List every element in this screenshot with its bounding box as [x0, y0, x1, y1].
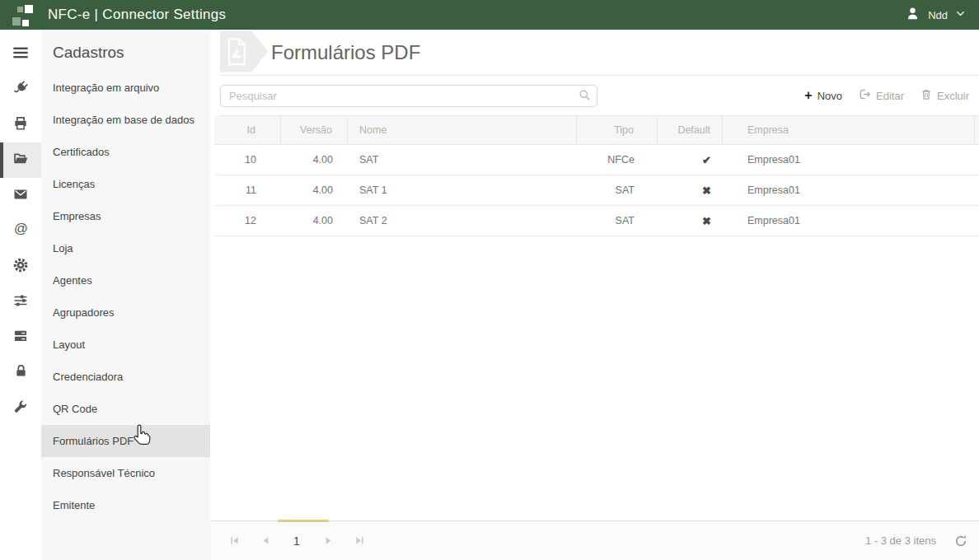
- editar-button-label: Editar: [876, 90, 904, 102]
- sidebar-item-layout[interactable]: Layout: [41, 329, 210, 361]
- sidebar-heading: Cadastros: [41, 30, 210, 72]
- main-content: Formulários PDF + Novo Editar: [210, 30, 979, 560]
- cell-versao: 4.00: [281, 145, 348, 175]
- column-header-tipo[interactable]: Tipo: [577, 116, 658, 144]
- sidebar-item-agentes[interactable]: Agentes: [41, 264, 210, 296]
- grid-header-row: IdVersãoNomeTipoDefaultEmpresa: [214, 116, 979, 145]
- cell-versao: 4.00: [281, 206, 348, 236]
- column-header-versao[interactable]: Versão: [281, 116, 348, 144]
- column-header-empresa[interactable]: Empresa: [723, 116, 975, 144]
- menu-icon: [12, 44, 30, 65]
- app-title: NFC-e | Connector Settings: [48, 7, 226, 23]
- lock-icon: [13, 363, 29, 382]
- cell-nome: SAT 2: [348, 206, 577, 236]
- cross-icon: ✖: [702, 184, 711, 197]
- rail-item-plug[interactable]: [0, 72, 41, 107]
- cell-default: ✖: [658, 175, 723, 205]
- pager: 1 1 - 3 de 3 itens: [210, 520, 979, 560]
- user-name: Ndd: [928, 9, 948, 21]
- rail-item-menu[interactable]: [0, 36, 41, 72]
- table-row[interactable]: 124.00SAT 2SAT✖Empresa01: [214, 206, 979, 236]
- cell-tipo: SAT: [577, 206, 658, 236]
- rail-item-folder-open[interactable]: [0, 142, 41, 178]
- sidebar-item-emitente[interactable]: Emitente: [41, 489, 210, 521]
- rail-item-server[interactable]: [0, 320, 41, 355]
- sidebar-item-credenciadora[interactable]: Credenciadora: [41, 361, 210, 393]
- table-row[interactable]: 104.00SATNFCe✔Empresa01: [214, 145, 979, 175]
- cell-empresa: Empresa01: [723, 145, 975, 175]
- cell-versao: 4.00: [281, 175, 348, 205]
- search-icon[interactable]: [578, 89, 591, 105]
- search-box: [220, 85, 597, 107]
- data-grid: IdVersãoNomeTipoDefaultEmpresa104.00SATN…: [214, 116, 979, 236]
- column-header-filler: [975, 116, 979, 144]
- sidebar-item-responsavel-tecnico[interactable]: Responsável Técnico: [41, 457, 210, 489]
- current-page-label: 1: [293, 534, 300, 548]
- search-input[interactable]: [220, 85, 597, 107]
- sidebar-item-certificados[interactable]: Certificados: [41, 136, 210, 168]
- rail-item-printer[interactable]: [0, 107, 41, 142]
- sidebar: Cadastros Integração em arquivoIntegraçã…: [41, 30, 210, 560]
- page-number-1[interactable]: 1: [281, 521, 312, 560]
- sidebar-item-integracao-em-base-de-dados[interactable]: Integração em base de dados: [41, 104, 210, 136]
- folder-open-icon: [12, 150, 30, 170]
- rail-item-at-sign[interactable]: @: [0, 213, 41, 249]
- sliders-icon: [12, 292, 29, 312]
- cell-tipo: NFCe: [577, 145, 658, 175]
- cell-id: 11: [214, 175, 281, 205]
- column-header-default[interactable]: Default: [658, 116, 723, 144]
- sidebar-item-formularios-pdf[interactable]: Formulários PDF: [41, 425, 210, 457]
- wrench-icon: [12, 399, 29, 418]
- rail-item-wrench[interactable]: [0, 390, 41, 426]
- cell-empresa: Empresa01: [723, 175, 975, 205]
- action-buttons: + Novo Editar Excluir: [804, 88, 969, 103]
- cell-default: ✔: [658, 145, 723, 175]
- cell-tipo: SAT: [577, 175, 658, 205]
- rail-item-sliders[interactable]: [0, 284, 41, 320]
- cell-nome: SAT: [348, 145, 577, 175]
- last-page-button[interactable]: [344, 521, 375, 560]
- server-icon: [12, 328, 29, 348]
- sidebar-item-licencas[interactable]: Licenças: [41, 168, 210, 200]
- user-menu[interactable]: Ndd: [905, 6, 966, 24]
- plug-icon: [12, 79, 30, 100]
- user-icon: [905, 6, 920, 24]
- next-page-button[interactable]: [312, 521, 344, 560]
- novo-button[interactable]: + Novo: [804, 90, 842, 102]
- cell-id: 12: [214, 206, 281, 236]
- sidebar-item-integracao-em-arquivo[interactable]: Integração em arquivo: [41, 72, 210, 104]
- table-row[interactable]: 114.00SAT 1SAT✖Empresa01: [214, 175, 979, 206]
- sidebar-item-agrupadores[interactable]: Agrupadores: [41, 296, 210, 329]
- rail-item-lock[interactable]: [0, 355, 41, 390]
- cell-empresa: Empresa01: [723, 206, 975, 236]
- excluir-button[interactable]: Excluir: [920, 88, 969, 103]
- refresh-icon[interactable]: [954, 534, 967, 548]
- svg-text:@: @: [14, 221, 28, 236]
- novo-button-label: Novo: [817, 90, 842, 102]
- gear-icon: [12, 257, 29, 277]
- current-page-indicator: [278, 520, 329, 522]
- chevron-down-icon: [955, 8, 966, 21]
- pdf-icon: [220, 31, 268, 72]
- topbar: NFC-e | Connector Settings Ndd: [0, 0, 979, 30]
- rail-item-gear[interactable]: [0, 249, 41, 284]
- sidebar-item-empresas[interactable]: Empresas: [41, 200, 210, 232]
- cell-nome: SAT 1: [348, 175, 577, 205]
- app-logo-icon: [12, 4, 34, 26]
- sidebar-item-qr-code[interactable]: QR Code: [41, 393, 210, 425]
- page-title: Formulários PDF: [271, 41, 420, 64]
- edit-icon: [859, 88, 871, 103]
- excluir-button-label: Excluir: [937, 90, 969, 102]
- column-header-nome[interactable]: Nome: [348, 116, 577, 144]
- first-page-button[interactable]: [218, 521, 250, 560]
- printer-icon: [12, 115, 29, 135]
- column-header-id[interactable]: Id: [214, 116, 281, 144]
- editar-button[interactable]: Editar: [859, 88, 904, 103]
- at-sign-icon: @: [12, 221, 30, 241]
- prev-page-button[interactable]: [250, 521, 281, 560]
- envelope-icon: [12, 186, 29, 206]
- check-icon: ✔: [702, 154, 711, 166]
- rail-item-envelope[interactable]: [0, 178, 41, 213]
- page-header: Formulários PDF: [220, 30, 979, 76]
- sidebar-item-loja[interactable]: Loja: [41, 232, 210, 264]
